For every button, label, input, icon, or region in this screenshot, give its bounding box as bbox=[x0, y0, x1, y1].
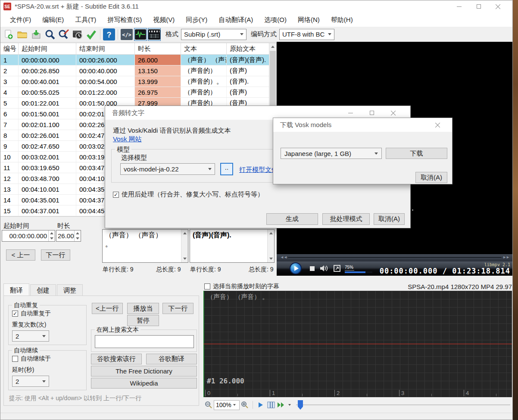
menu-item[interactable]: 文件(F) bbox=[4, 14, 37, 26]
column-header[interactable]: 文本 bbox=[181, 43, 227, 54]
menu-item[interactable]: 工具(T) bbox=[69, 14, 102, 26]
original-text-editor[interactable]: (音声)(音声). bbox=[190, 229, 275, 263]
free-dictionary-button[interactable]: The Free Dictionary bbox=[91, 366, 197, 376]
format-value: SubRip (.srt) bbox=[184, 31, 220, 38]
translate-tab-content: 自动重复 自动重复于 重复次数(次) 2 自动继续 自动继续于 延时(秒) bbox=[3, 296, 199, 406]
tab-translate[interactable]: 翻译 bbox=[3, 283, 29, 297]
close-button[interactable] bbox=[488, 0, 508, 13]
encoding-select[interactable]: UTF-8 with BC bbox=[279, 29, 334, 40]
replace-icon[interactable] bbox=[57, 28, 70, 41]
video-toggle-icon[interactable] bbox=[148, 28, 161, 41]
seek-groove[interactable] bbox=[288, 257, 502, 258]
postprocess-checkbox[interactable]: 使用后处理（行合并、修复大小写、标点符号等） bbox=[113, 190, 264, 199]
waveform-scrollbar[interactable] bbox=[296, 400, 512, 410]
delay-select[interactable]: 2 bbox=[12, 376, 49, 387]
auto-continue-checkbox[interactable]: 自动继续于 bbox=[12, 355, 51, 363]
start-time-stepper[interactable] bbox=[48, 230, 55, 241]
table-row[interactable]: 3 00:00:40.001 00:00:54.000 13.999 （声音的）… bbox=[0, 76, 270, 87]
menu-item[interactable]: 编辑(E) bbox=[37, 14, 69, 26]
table-row[interactable]: 4 00:00:55.025 00:01:22.000 26.975 （声音的）… bbox=[0, 87, 270, 98]
generate-button[interactable]: 生成 bbox=[266, 213, 318, 225]
menu-item[interactable]: 帮助(H) bbox=[325, 14, 359, 26]
zoom-level-select[interactable]: 100% bbox=[214, 400, 240, 410]
open-folder-icon[interactable] bbox=[16, 28, 29, 41]
search-input[interactable] bbox=[95, 335, 194, 348]
maximize-button[interactable] bbox=[469, 0, 488, 13]
download-button[interactable]: 下载 bbox=[386, 148, 447, 159]
auto-repeat-checkbox[interactable]: 自动重复于 bbox=[12, 310, 51, 317]
select-current-subtitle-checkbox[interactable]: 选择当前播放时刻的字幕 bbox=[204, 283, 279, 290]
vosk-website-link[interactable]: Vosk 网站 bbox=[113, 135, 142, 143]
chevron-down-icon[interactable] bbox=[288, 404, 291, 406]
zoom-out-icon[interactable] bbox=[203, 400, 214, 410]
duration-stepper[interactable] bbox=[74, 230, 81, 241]
format-select[interactable]: SubRip (.srt) bbox=[181, 29, 247, 40]
play-selection-icon[interactable] bbox=[256, 400, 266, 410]
editor-scrollbar[interactable] bbox=[267, 230, 274, 262]
volume-slider[interactable] bbox=[345, 271, 372, 273]
model-select[interactable]: vosk-model-ja-0.22 bbox=[120, 163, 215, 175]
repeat-count-select[interactable]: 2 bbox=[12, 330, 49, 342]
close-button[interactable] bbox=[427, 118, 449, 132]
fullscreen-icon[interactable] bbox=[334, 265, 340, 273]
next-line-button[interactable]: 下一行 bbox=[41, 249, 70, 261]
cell-number: 3 bbox=[0, 76, 19, 87]
batch-mode-button[interactable]: 批处理模式 bbox=[322, 213, 370, 225]
new-file-icon[interactable] bbox=[2, 28, 15, 41]
spell-check-icon[interactable] bbox=[85, 28, 98, 41]
cancel-button[interactable]: 取消(A) bbox=[415, 172, 447, 183]
playback-speed-icon[interactable] bbox=[276, 400, 287, 410]
column-header[interactable]: 编号 bbox=[0, 43, 19, 54]
menu-item[interactable]: 网络(N) bbox=[292, 14, 325, 26]
google-translate-button[interactable]: 谷歌翻译 bbox=[146, 354, 197, 364]
column-header[interactable]: 起始时间 bbox=[19, 43, 76, 54]
vosk-model-select[interactable]: Japanese (large, 1 GB) bbox=[281, 148, 382, 159]
next-line-button[interactable]: 下一行 bbox=[162, 303, 193, 314]
table-row[interactable]: 2 00:00:26.850 00:00:40.000 13.150 （声音的）… bbox=[0, 65, 270, 76]
start-time-field[interactable]: 00:00:00.000 bbox=[2, 230, 55, 242]
stop-button[interactable] bbox=[310, 266, 315, 271]
pause-button[interactable]: 暂停 bbox=[127, 315, 159, 326]
menu-item[interactable]: 视频(V) bbox=[147, 14, 180, 26]
minimize-button[interactable] bbox=[449, 0, 469, 13]
position-marker[interactable] bbox=[298, 400, 303, 410]
waveform-canvas[interactable]: （声音） （声音） 。 #1 26.000 0 1 2 3 4 bbox=[203, 291, 512, 397]
visual-sync-icon[interactable] bbox=[71, 28, 84, 41]
cell-number: 14 bbox=[0, 195, 19, 205]
waveform-toolbar: 100% bbox=[203, 399, 512, 411]
previous-line-button[interactable]: <上一行 bbox=[92, 303, 123, 314]
save-icon[interactable] bbox=[30, 28, 43, 41]
column-header[interactable]: 时长 bbox=[135, 43, 181, 54]
dialog-title-bar[interactable]: 下载 Vosk models bbox=[273, 118, 452, 132]
table-row[interactable]: 1 00:00:00.000 00:00:26.000 26.000 （声音） … bbox=[0, 55, 270, 65]
duration-field[interactable]: 26.000 bbox=[56, 230, 81, 242]
play-current-button[interactable]: 播放当 bbox=[127, 303, 159, 314]
speaker-icon[interactable] bbox=[320, 265, 328, 273]
volume-control[interactable]: 75% bbox=[345, 263, 375, 273]
scroll-up-icon[interactable] bbox=[269, 43, 276, 50]
seek-forward-icon[interactable]: ►► bbox=[502, 255, 509, 259]
waveform-toggle-icon[interactable] bbox=[134, 28, 147, 41]
find-icon[interactable] bbox=[44, 28, 56, 41]
video-position-icon[interactable] bbox=[266, 400, 276, 410]
menu-item[interactable]: 拼写检查(S) bbox=[102, 14, 147, 26]
menu-item[interactable]: 自动翻译(A) bbox=[213, 14, 259, 26]
seek-back-icon[interactable]: ◄◄ bbox=[280, 255, 287, 259]
seek-bar[interactable]: ◄◄ ►► bbox=[277, 254, 513, 261]
previous-line-button[interactable]: < 上一 bbox=[6, 249, 35, 261]
browse-model-button[interactable]: .. bbox=[220, 163, 233, 175]
editor-scrollbar[interactable] bbox=[181, 230, 188, 262]
zoom-in-icon[interactable] bbox=[240, 400, 250, 410]
google-search-button[interactable]: 谷歌搜索该行 bbox=[91, 354, 142, 364]
column-header[interactable]: 结束时间 bbox=[76, 43, 135, 54]
source-view-icon[interactable]: </> bbox=[120, 28, 133, 41]
subtitle-text-editor[interactable]: （声音） （声音） 。 bbox=[102, 229, 188, 263]
menu-item[interactable]: 同步(Y) bbox=[180, 14, 213, 26]
wikipedia-button[interactable]: Wikipedia bbox=[91, 378, 197, 389]
cancel-button[interactable]: 取消(A) bbox=[374, 213, 405, 225]
checkbox-unchecked-icon bbox=[12, 356, 18, 362]
play-button[interactable] bbox=[290, 262, 302, 274]
help-icon[interactable]: ? bbox=[103, 28, 115, 41]
column-header[interactable]: 原始文本 bbox=[227, 43, 270, 54]
menu-item[interactable]: 选项(O) bbox=[259, 14, 292, 26]
